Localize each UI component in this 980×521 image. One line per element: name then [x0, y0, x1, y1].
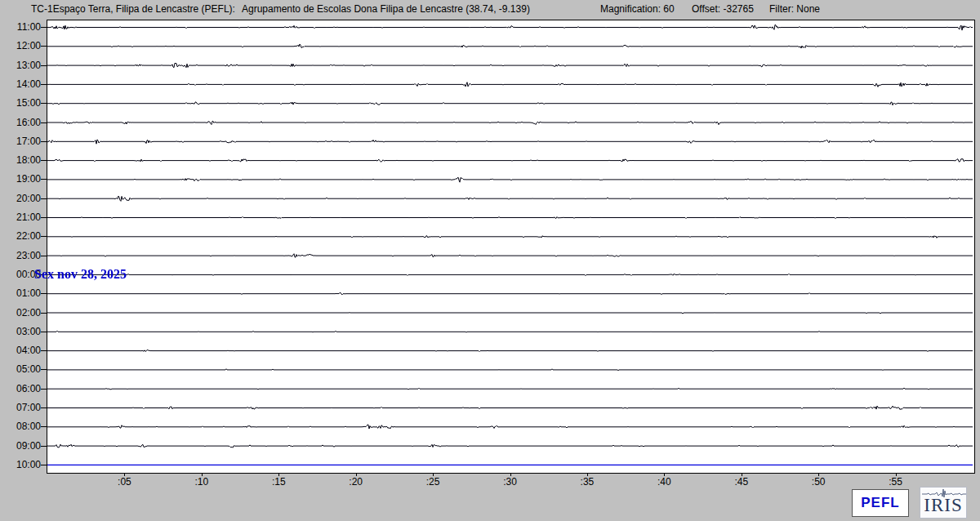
hour-label: 12:00 [0, 40, 41, 51]
minute-label: :35 [571, 476, 604, 488]
minute-label: :15 [262, 476, 295, 488]
hour-tick [41, 313, 47, 314]
minute-label: :40 [648, 476, 680, 488]
hour-tick [41, 217, 47, 218]
hour-tick [41, 389, 47, 390]
station-title: TC-1Espaço Terra, Filipa de Lencastre (P… [31, 3, 235, 15]
minute-label: :30 [494, 476, 527, 488]
hour-label: 05:00 [0, 363, 41, 375]
hour-label: 10:00 [0, 459, 41, 470]
hour-tick [41, 446, 47, 447]
hour-tick [41, 84, 47, 85]
hour-label: 19:00 [0, 173, 41, 185]
minute-label: :45 [725, 476, 758, 488]
helicorder-plot-area[interactable] [47, 20, 975, 474]
offset-value: Offset: -32765 [692, 3, 754, 15]
pefl-logo-text: PEFL [861, 495, 899, 511]
seismogram-traces[interactable] [47, 20, 973, 471]
hour-tick [41, 293, 47, 294]
hour-label: 22:00 [0, 230, 41, 242]
hour-label: 15:00 [0, 97, 41, 109]
hour-tick [41, 27, 47, 28]
hour-label: 09:00 [0, 440, 41, 452]
hour-tick [41, 407, 47, 408]
hour-tick [41, 426, 47, 427]
hour-label: 02:00 [0, 307, 41, 318]
hour-tick [41, 141, 47, 142]
hour-label: 11:00 [0, 21, 41, 33]
hour-label: 06:00 [0, 383, 41, 394]
hour-tick [41, 198, 47, 199]
station-description: Agrupamento de Escolas Dona Filipa de Le… [242, 3, 530, 15]
iris-logo-text: IRIS [920, 493, 966, 518]
helicorder-window: TC-1Espaço Terra, Filipa de Lencastre (P… [0, 0, 980, 521]
hour-tick [41, 160, 47, 161]
hour-label: 17:00 [0, 136, 41, 147]
hour-label: 18:00 [0, 154, 41, 166]
hour-tick [41, 65, 47, 66]
hour-label: 23:00 [0, 250, 41, 261]
hour-tick [41, 332, 47, 332]
status-header: TC-1Espaço Terra, Filipa de Lencastre (P… [0, 0, 980, 20]
iris-logo: IRIS [920, 487, 967, 519]
hour-tick [41, 465, 47, 465]
hour-label: 04:00 [0, 345, 41, 356]
minute-label: :20 [340, 476, 372, 488]
hour-tick [41, 236, 47, 237]
pefl-logo: PEFL [852, 489, 909, 517]
hour-label: 21:00 [0, 212, 41, 223]
hour-label: 03:00 [0, 326, 41, 337]
hour-tick [41, 46, 47, 47]
hour-tick [41, 103, 47, 104]
hour-tick [41, 256, 47, 256]
minute-label: :05 [108, 476, 140, 488]
hour-label: 20:00 [0, 193, 41, 204]
minute-label: :10 [185, 476, 218, 488]
hour-label: 13:00 [0, 60, 41, 71]
hour-label: 16:00 [0, 117, 41, 128]
minute-label: :55 [880, 476, 912, 488]
hour-label: 14:00 [0, 78, 41, 90]
minute-label: :25 [416, 476, 449, 488]
hour-tick [41, 122, 47, 123]
minute-label: :50 [802, 476, 835, 488]
hour-tick [41, 179, 47, 180]
hour-label: 01:00 [0, 287, 41, 299]
hour-label: 07:00 [0, 402, 41, 413]
filter-value: Filter: None [769, 3, 820, 15]
magnification-value: Magnification: 60 [600, 3, 675, 15]
date-label: Sex nov 28, 2025 [34, 267, 127, 282]
hour-tick [41, 350, 47, 351]
hour-tick [41, 369, 47, 370]
hour-label: 08:00 [0, 421, 41, 432]
